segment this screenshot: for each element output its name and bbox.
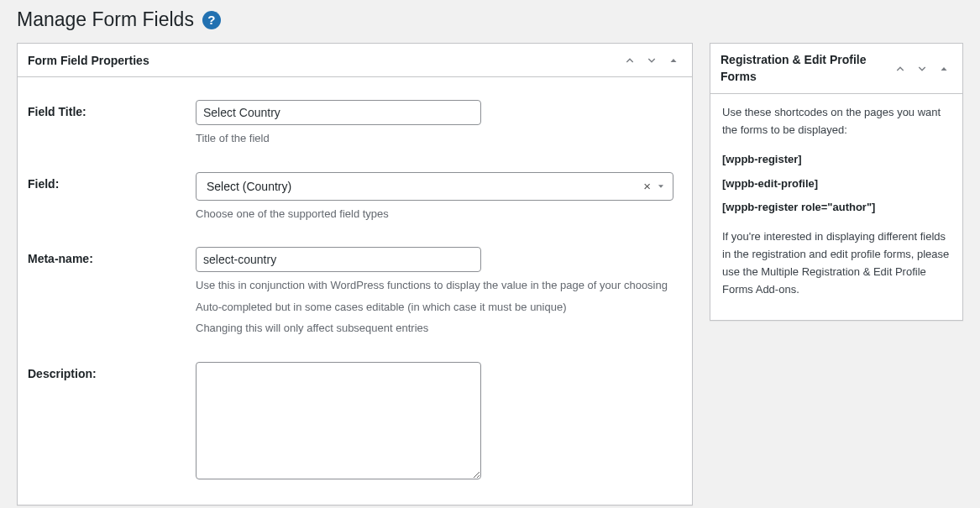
shortcode-list: [wppb-register] [wppb-edit-profile] [wpp… (722, 151, 951, 217)
toggle-panel-button[interactable] (663, 49, 684, 72)
form-field-properties-panel: Form Field Properties (17, 43, 693, 505)
chevron-up-icon (894, 63, 906, 75)
help-icon[interactable]: ? (202, 11, 221, 29)
side-outro-text: If you're interested in displaying diffe… (722, 228, 951, 298)
order-down-button[interactable] (642, 49, 662, 72)
page-title-text: Manage Form Fields (17, 8, 194, 31)
caret-down-icon (656, 181, 666, 191)
side-toggle-panel-button[interactable] (934, 57, 954, 81)
field-type-value: Select (Country) (207, 180, 291, 193)
meta-name-input[interactable] (196, 247, 481, 272)
registration-forms-panel: Registration & Edit Profile Forms (710, 43, 963, 321)
field-title-label: Field Title: (28, 87, 196, 160)
field-title-help: Title of the field (196, 130, 673, 147)
side-order-down-button[interactable] (912, 57, 932, 81)
meta-name-help-2: Auto-completed but in some cases editabl… (196, 299, 673, 316)
caret-up-icon (668, 55, 679, 66)
chevron-down-icon (646, 55, 658, 66)
side-panel-title: Registration & Edit Profile Forms (710, 44, 890, 93)
page-title: Manage Form Fields ? (17, 8, 963, 31)
field-type-label: Field: (28, 160, 196, 235)
panel-title: Form Field Properties (18, 45, 620, 76)
meta-name-help-1: Use this in conjunction with WordPress f… (196, 277, 673, 294)
shortcode-item: [wppb-edit-profile] (722, 175, 951, 193)
description-label: Description: (28, 349, 196, 495)
order-up-button[interactable] (620, 49, 640, 72)
side-order-up-button[interactable] (890, 57, 910, 81)
shortcode-item: [wppb-register] (722, 151, 951, 169)
shortcode-item: [wppb-register role="author"] (722, 199, 951, 217)
side-intro-text: Use these shortcodes on the pages you wa… (722, 104, 951, 139)
meta-name-label: Meta-name: (28, 234, 196, 349)
field-type-select[interactable]: Select (Country) × (196, 172, 673, 201)
chevron-up-icon (624, 55, 636, 66)
chevron-down-icon (916, 63, 928, 75)
field-title-input[interactable] (196, 100, 481, 125)
field-type-help: Choose one of the supported field types (196, 206, 673, 223)
clear-select-icon[interactable]: × (643, 179, 651, 193)
description-textarea[interactable] (196, 362, 481, 479)
meta-name-help-3: Changing this will only affect subsequen… (196, 320, 673, 337)
caret-up-icon (938, 63, 950, 75)
